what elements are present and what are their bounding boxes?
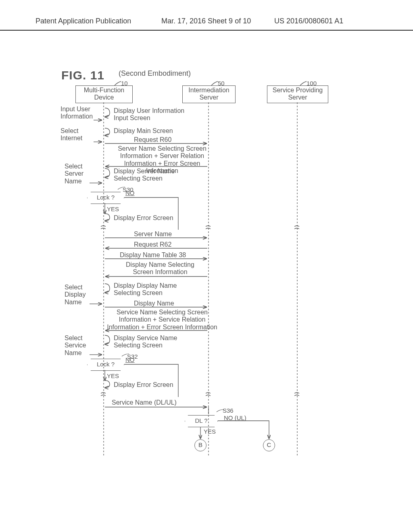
figure-11: FIG. 11 (Second Embodiment) 10 50 100 Mu… [61, 69, 352, 496]
page-header: Patent Application Publication Mar. 17, … [0, 14, 413, 31]
sequence-diagram-svg [61, 69, 352, 496]
header-pub-number: US 2016/0080601 A1 [274, 17, 343, 25]
header-publication: Patent Application Publication [35, 17, 131, 25]
header-date-sheet: Mar. 17, 2016 Sheet 9 of 10 [161, 17, 251, 25]
